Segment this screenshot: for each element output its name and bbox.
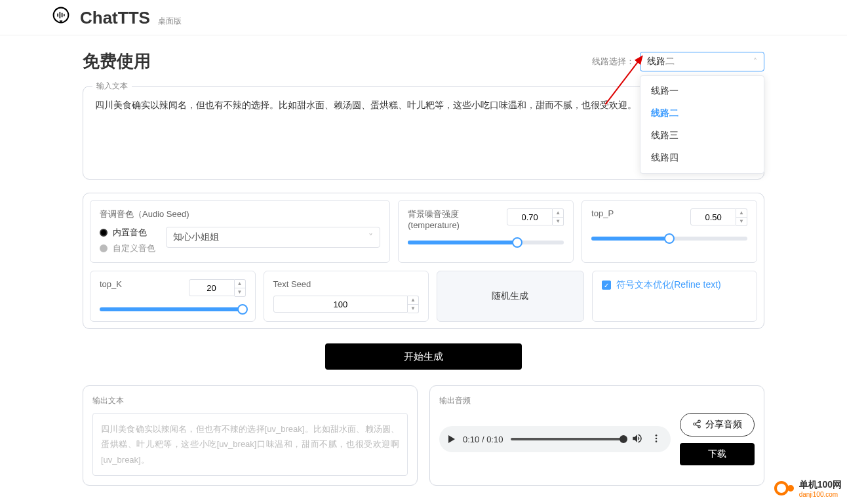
radio-icon-unchecked: [100, 244, 108, 252]
top-p-input[interactable]: [690, 208, 736, 225]
output-text-label: 输出文本: [92, 395, 408, 406]
route-option-2[interactable]: 线路二: [640, 102, 764, 125]
text-seed-step-down[interactable]: ▼: [408, 305, 418, 313]
route-option-3[interactable]: 线路三: [640, 125, 764, 147]
top-k-input[interactable]: [189, 279, 235, 296]
text-seed-input[interactable]: [273, 296, 408, 313]
share-audio-button[interactable]: 分享音频: [680, 413, 755, 436]
download-button[interactable]: 下载: [680, 443, 755, 465]
svg-rect-4: [64, 14, 65, 16]
temperature-input[interactable]: [507, 208, 553, 225]
page-title: 免费使用: [83, 50, 151, 73]
checkbox-icon: ✓: [602, 281, 611, 290]
route-selected-value: 线路二: [647, 56, 675, 68]
voice-select[interactable]: 知心小姐姐 ˅: [166, 227, 380, 248]
watermark-logo-icon: [774, 478, 795, 499]
random-generate-button[interactable]: 随机生成: [437, 271, 584, 322]
text-seed-panel: Text Seed ▲▼: [264, 271, 429, 322]
svg-point-9: [698, 420, 701, 423]
top-k-step-down[interactable]: ▼: [235, 288, 245, 296]
audio-player: 0:10 / 0:10: [439, 426, 671, 452]
audio-time: 0:10 / 0:10: [463, 435, 503, 444]
top-p-label: top_P: [591, 208, 614, 218]
text-seed-step-up[interactable]: ▲: [408, 296, 418, 305]
top-k-slider[interactable]: [100, 307, 246, 311]
temperature-label: 背景噪音强度(temperature): [408, 208, 502, 230]
watermark: 单机100网danji100.com: [774, 478, 842, 499]
params-card: 音调音色（Audio Seed) 内置音色 自定义音色 知心小姐姐 ˅ 背景噪音…: [83, 193, 764, 329]
refine-text-checkbox[interactable]: ✓ 符号文本优化(Refine text): [602, 279, 748, 291]
app-subtitle: 桌面版: [158, 16, 182, 27]
svg-line-12: [696, 421, 698, 423]
svg-point-7: [656, 437, 658, 439]
svg-rect-1: [57, 14, 58, 17]
play-icon[interactable]: [448, 435, 455, 443]
output-text-card: 输出文本 四川美食确实以辣闻名，但也有不辣的选择[uv_break]。比如甜水面…: [83, 385, 418, 486]
route-select[interactable]: 线路二 ˄: [640, 52, 764, 71]
top-p-panel: top_P ▲▼: [581, 200, 757, 263]
volume-icon[interactable]: [631, 433, 643, 446]
share-icon: [692, 419, 701, 431]
radio-builtin-voice[interactable]: 内置音色: [100, 227, 155, 239]
output-audio-card: 输出音频 0:10 / 0:10 分享音频 下载: [429, 385, 764, 486]
audio-seed-label: 音调音色（Audio Seed): [100, 208, 380, 220]
text-seed-label: Text Seed: [273, 279, 420, 289]
temperature-panel: 背景噪音强度(temperature) ▲▼: [398, 200, 574, 263]
svg-point-10: [694, 423, 696, 425]
chevron-down-icon: ˅: [368, 232, 373, 242]
top-k-panel: top_K ▲▼: [90, 271, 256, 322]
chevron-up-icon: ˄: [753, 57, 757, 66]
logo-icon: [52, 7, 69, 24]
top-k-label: top_K: [100, 279, 122, 289]
top-p-step-down[interactable]: ▼: [736, 218, 747, 225]
svg-point-11: [698, 425, 701, 428]
temperature-slider[interactable]: [408, 241, 564, 244]
radio-icon-checked: [100, 229, 108, 237]
temperature-step-up[interactable]: ▲: [553, 209, 563, 218]
output-text-display: 四川美食确实以辣闻名，但也有不辣的选择[uv_break]。比如甜水面、赖汤圆、…: [92, 413, 408, 476]
menu-icon[interactable]: [651, 433, 661, 446]
route-option-1[interactable]: 线路一: [640, 80, 764, 102]
app-title: ChatTTS: [80, 8, 150, 28]
generate-button[interactable]: 开始生成: [325, 343, 522, 370]
svg-point-6: [656, 435, 658, 436]
svg-point-8: [656, 440, 658, 442]
top-k-step-up[interactable]: ▲: [235, 280, 245, 288]
top-p-step-up[interactable]: ▲: [736, 209, 747, 218]
audio-seek-slider[interactable]: [511, 438, 623, 440]
output-audio-label: 输出音频: [439, 395, 755, 406]
temperature-step-down[interactable]: ▼: [553, 218, 563, 225]
input-text-label: 输入文本: [92, 81, 132, 92]
svg-rect-3: [62, 13, 63, 18]
svg-point-0: [54, 8, 69, 23]
top-p-slider[interactable]: [591, 237, 747, 241]
route-dropdown: 线路一 线路二 线路三 线路四: [640, 75, 764, 174]
route-option-4[interactable]: 线路四: [640, 147, 764, 169]
svg-rect-2: [60, 12, 61, 18]
route-label: 线路选择：: [592, 56, 635, 68]
refine-text-panel: ✓ 符号文本优化(Refine text): [592, 271, 758, 322]
radio-custom-voice[interactable]: 自定义音色: [100, 242, 155, 254]
audio-seed-panel: 音调音色（Audio Seed) 内置音色 自定义音色 知心小姐姐 ˅: [90, 200, 390, 263]
svg-line-13: [696, 424, 698, 425]
